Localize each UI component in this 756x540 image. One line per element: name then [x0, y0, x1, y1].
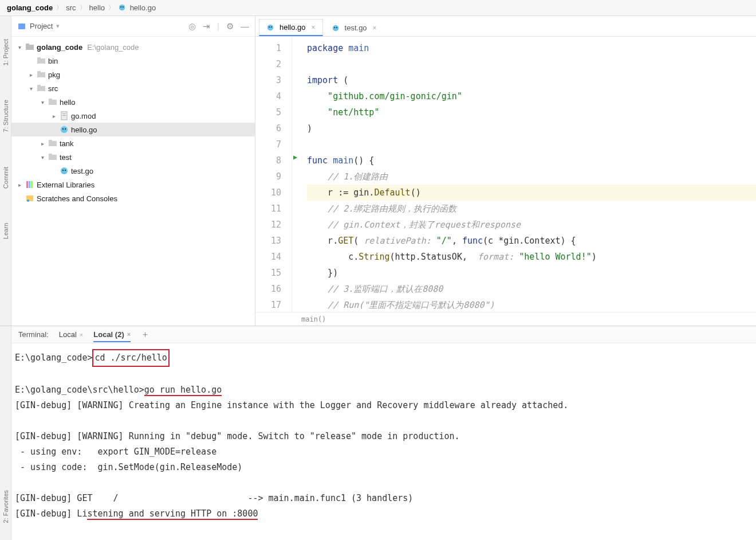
- add-terminal-button[interactable]: ＋: [141, 329, 149, 340]
- svg-rect-22: [49, 155, 57, 160]
- project-sidebar: Project ▾ ◎ ⇥ | ⚙ — ▾ golang_code E:\gol…: [11, 16, 255, 326]
- hide-icon[interactable]: —: [241, 21, 249, 32]
- svg-point-33: [269, 26, 270, 28]
- sidebar-title[interactable]: Project ▾: [17, 22, 183, 31]
- close-icon[interactable]: ×: [312, 24, 316, 32]
- svg-rect-5: [26, 44, 29, 45]
- tree-external-libs[interactable]: ▸ External Libraries: [11, 178, 255, 191]
- go-file-icon: [332, 24, 340, 32]
- tree-gomod[interactable]: ▸ go.mod: [11, 109, 255, 123]
- chevron-down-icon: ▾: [56, 22, 60, 30]
- folder-icon: [37, 70, 46, 79]
- tab-testgo[interactable]: test.go ×: [324, 19, 384, 36]
- chevron-right-icon: 〉: [56, 3, 62, 12]
- tree-bin[interactable]: bin: [11, 54, 255, 68]
- svg-point-24: [61, 167, 68, 174]
- highlight-cd-command: cd ./src/hello: [92, 349, 169, 367]
- svg-rect-20: [49, 141, 57, 146]
- terminal-panel: 2: Favorites Terminal: Local× Local (2)×…: [0, 326, 756, 540]
- chevron-down-icon[interactable]: ▾: [39, 154, 46, 161]
- folder-icon: [25, 42, 34, 52]
- tree-src[interactable]: ▾ src: [11, 81, 255, 95]
- spine-favorites[interactable]: 2: Favorites: [2, 490, 9, 523]
- svg-point-32: [267, 24, 274, 30]
- svg-rect-28: [29, 181, 30, 188]
- svg-rect-16: [62, 115, 66, 116]
- svg-rect-8: [37, 72, 45, 77]
- editor-tab-bar: hello.go × test.go ×: [255, 16, 756, 37]
- terminal-tab-local[interactable]: Local×: [59, 330, 84, 339]
- collapse-icon[interactable]: ⇥: [203, 21, 210, 32]
- left-tool-spine: 1: Project 7: Structure Commit Learn: [0, 16, 11, 326]
- bottom-tool-spine: 2: Favorites: [0, 326, 11, 540]
- chevron-right-icon[interactable]: ▸: [27, 72, 34, 78]
- go-file-icon: [118, 3, 126, 11]
- tree-hello-dir[interactable]: ▾ hello: [11, 95, 255, 109]
- run-icon[interactable]: ▶: [293, 153, 297, 161]
- spine-commit[interactable]: Commit: [2, 167, 9, 189]
- chevron-right-icon[interactable]: ▸: [39, 140, 46, 147]
- project-icon: [17, 22, 26, 31]
- svg-point-19: [65, 128, 66, 130]
- svg-rect-21: [49, 140, 52, 142]
- editor-status-bar: main(): [255, 312, 756, 326]
- close-icon[interactable]: ×: [80, 331, 83, 338]
- svg-point-25: [62, 170, 64, 171]
- tree-test-dir[interactable]: ▾ test: [11, 150, 255, 164]
- svg-rect-4: [26, 45, 34, 50]
- breadcrumb-src[interactable]: src: [66, 3, 76, 12]
- svg-rect-27: [26, 181, 28, 188]
- spine-structure[interactable]: 7: Structure: [2, 100, 9, 132]
- gomod-file-icon: [60, 111, 69, 120]
- svg-rect-10: [37, 86, 45, 91]
- breadcrumb-root[interactable]: golang_code: [7, 3, 53, 12]
- svg-point-18: [62, 128, 64, 130]
- target-icon[interactable]: ◎: [188, 21, 196, 32]
- folder-icon: [48, 139, 57, 148]
- folder-icon: [37, 56, 46, 65]
- gear-icon[interactable]: ⚙: [226, 21, 234, 32]
- svg-point-35: [332, 25, 338, 31]
- tree-scratches[interactable]: Scratches and Consoles: [11, 191, 255, 205]
- folder-icon: [37, 84, 46, 93]
- code-editor[interactable]: 1234567891011121314151617 ▶ package main…: [255, 37, 756, 312]
- chevron-right-icon: 〉: [80, 3, 86, 12]
- run-gutter: ▶: [292, 37, 304, 312]
- folder-icon: [48, 97, 57, 107]
- chevron-right-icon[interactable]: ▸: [50, 113, 57, 119]
- tree-tank[interactable]: ▸ tank: [11, 136, 255, 150]
- spine-learn[interactable]: Learn: [2, 223, 9, 239]
- code-area[interactable]: package main import ( "github.com/gin-go…: [304, 37, 756, 312]
- tree-hellogo[interactable]: hello.go: [11, 123, 255, 136]
- tree-pkg[interactable]: ▸ pkg: [11, 68, 255, 81]
- sidebar-header: Project ▾ ◎ ⇥ | ⚙ —: [11, 16, 255, 37]
- terminal-output[interactable]: E:\golang_code>cd ./src/hello E:\golang_…: [11, 343, 756, 540]
- svg-rect-9: [37, 71, 41, 73]
- svg-rect-12: [49, 100, 57, 105]
- library-icon: [25, 180, 34, 189]
- chevron-down-icon[interactable]: ▾: [27, 85, 34, 92]
- tree-root[interactable]: ▾ golang_code E:\golang_code: [11, 40, 255, 54]
- breadcrumb-file[interactable]: hello.go: [118, 3, 156, 12]
- spine-project[interactable]: 1: Project: [2, 39, 9, 65]
- line-gutter: 1234567891011121314151617: [255, 37, 292, 312]
- breadcrumb: golang_code 〉 src 〉 hello 〉 hello.go: [0, 0, 756, 16]
- breadcrumb-hello[interactable]: hello: [89, 3, 105, 12]
- svg-rect-13: [49, 99, 52, 100]
- highlight-run-command: go run hello.go: [144, 385, 222, 396]
- svg-rect-29: [31, 181, 33, 188]
- go-file-icon: [266, 24, 274, 32]
- highlight-listening: stening and serving HTTP on :8000: [87, 508, 258, 520]
- tree-testgo[interactable]: test.go: [11, 164, 255, 178]
- svg-point-1: [120, 6, 121, 7]
- chevron-right-icon[interactable]: ▸: [16, 182, 23, 188]
- close-icon[interactable]: ×: [373, 24, 377, 32]
- go-file-icon: [60, 166, 69, 175]
- terminal-tab-local2[interactable]: Local (2)×: [93, 330, 131, 342]
- chevron-down-icon[interactable]: ▾: [16, 44, 23, 50]
- editor-pane: hello.go × test.go × 1234567891011121314…: [255, 16, 756, 326]
- close-icon[interactable]: ×: [127, 331, 131, 338]
- terminal-label: Terminal:: [18, 330, 49, 339]
- tab-hellogo[interactable]: hello.go ×: [259, 19, 323, 36]
- chevron-down-icon[interactable]: ▾: [39, 99, 46, 105]
